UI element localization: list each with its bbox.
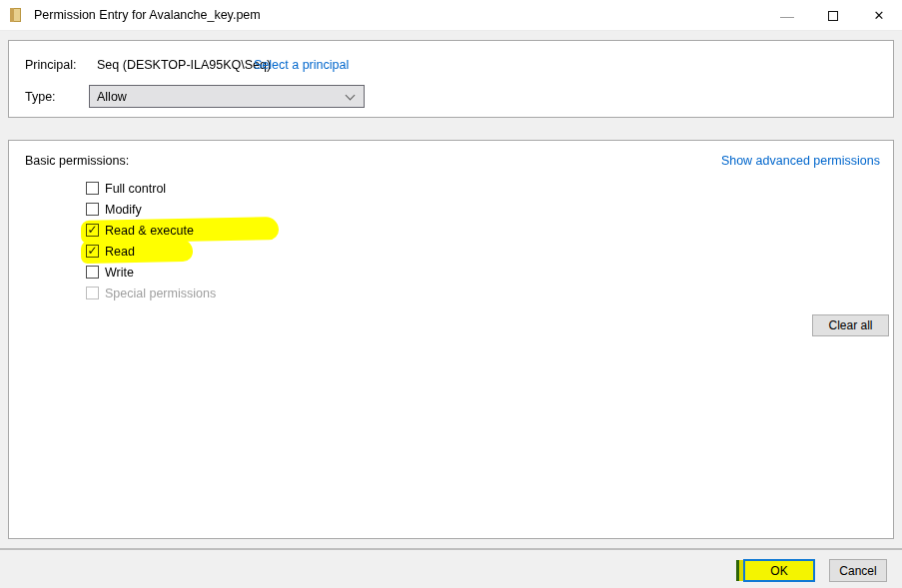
principal-type-panel: Principal: Seq (DESKTOP-ILA95KQ\Seq) Sel… xyxy=(8,40,894,118)
basic-permissions-panel: Basic permissions: Show advanced permiss… xyxy=(8,140,894,539)
window-title: Permission Entry for Avalanche_key.pem xyxy=(34,8,261,22)
cancel-button[interactable]: Cancel xyxy=(829,559,887,582)
chevron-down-icon xyxy=(346,91,356,101)
permission-label: Special permissions xyxy=(105,287,216,300)
permission-row: Full control xyxy=(86,178,216,199)
permission-label: Modify xyxy=(105,203,142,217)
close-icon[interactable]: ✕ xyxy=(856,0,902,31)
permission-row: Special permissions xyxy=(86,283,216,303)
permission-row: ✓Read & execute xyxy=(86,220,216,241)
maximize-icon[interactable] xyxy=(810,0,856,31)
minimize-icon[interactable]: — xyxy=(764,0,810,31)
permission-row: Write xyxy=(86,262,216,283)
permission-row: ✓Read xyxy=(86,241,216,262)
principal-label: Principal: xyxy=(25,58,76,72)
title-bar: Permission Entry for Avalanche_key.pem —… xyxy=(0,0,902,31)
principal-value: Seq (DESKTOP-ILA95KQ\Seq) xyxy=(97,58,271,72)
permission-label: Write xyxy=(105,266,134,280)
ok-button[interactable]: OK xyxy=(743,559,815,582)
permission-label: Full control xyxy=(105,182,166,196)
permission-entry-dialog: Permission Entry for Avalanche_key.pem —… xyxy=(0,0,902,588)
clear-all-button[interactable]: Clear all xyxy=(812,314,889,336)
file-permission-icon xyxy=(9,8,25,22)
select-principal-link[interactable]: Select a principal xyxy=(254,58,349,72)
permission-list: Full controlModify✓Read & execute✓ReadWr… xyxy=(86,178,216,303)
show-advanced-permissions-link[interactable]: Show advanced permissions xyxy=(721,154,880,168)
footer-divider xyxy=(0,548,902,550)
marker-highlight xyxy=(81,239,193,264)
permission-row: Modify xyxy=(86,199,216,220)
checkbox-special-permissions xyxy=(86,287,99,299)
window-controls: — ✕ xyxy=(764,0,902,31)
checkbox-full-control[interactable] xyxy=(86,182,99,195)
type-label: Type: xyxy=(25,90,56,104)
type-dropdown[interactable]: Allow xyxy=(89,85,365,108)
basic-permissions-label: Basic permissions: xyxy=(25,154,129,168)
checkbox-write[interactable] xyxy=(86,266,99,279)
type-dropdown-value: Allow xyxy=(97,90,127,104)
checkbox-modify[interactable] xyxy=(86,203,99,216)
